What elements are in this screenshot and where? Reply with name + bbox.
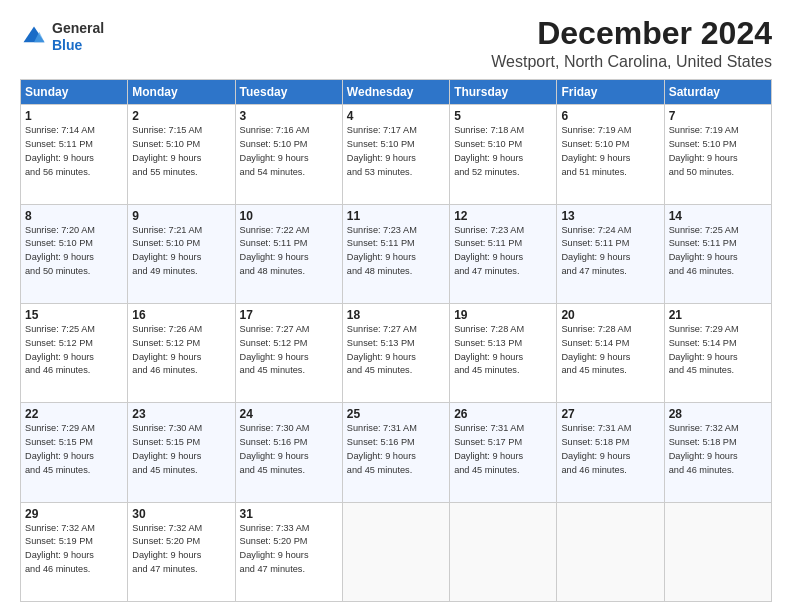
calendar-cell: 7 Sunrise: 7:19 AMSunset: 5:10 PMDayligh… <box>664 105 771 204</box>
day-number: 10 <box>240 209 338 223</box>
day-info: Sunrise: 7:19 AMSunset: 5:10 PMDaylight:… <box>561 125 631 176</box>
calendar-title: December 2024 <box>491 16 772 51</box>
calendar-cell: 9 Sunrise: 7:21 AMSunset: 5:10 PMDayligh… <box>128 204 235 303</box>
day-info: Sunrise: 7:14 AMSunset: 5:11 PMDaylight:… <box>25 125 95 176</box>
calendar-header-row: SundayMondayTuesdayWednesdayThursdayFrid… <box>21 80 772 105</box>
day-number: 19 <box>454 308 552 322</box>
day-number: 30 <box>132 507 230 521</box>
day-info: Sunrise: 7:32 AMSunset: 5:18 PMDaylight:… <box>669 423 739 474</box>
calendar-cell: 21 Sunrise: 7:29 AMSunset: 5:14 PMDaylig… <box>664 303 771 402</box>
calendar-cell: 17 Sunrise: 7:27 AMSunset: 5:12 PMDaylig… <box>235 303 342 402</box>
day-info: Sunrise: 7:26 AMSunset: 5:12 PMDaylight:… <box>132 324 202 375</box>
day-header-thursday: Thursday <box>450 80 557 105</box>
calendar-cell: 29 Sunrise: 7:32 AMSunset: 5:19 PMDaylig… <box>21 502 128 601</box>
day-info: Sunrise: 7:19 AMSunset: 5:10 PMDaylight:… <box>669 125 739 176</box>
calendar-cell: 15 Sunrise: 7:25 AMSunset: 5:12 PMDaylig… <box>21 303 128 402</box>
calendar-cell: 1 Sunrise: 7:14 AMSunset: 5:11 PMDayligh… <box>21 105 128 204</box>
calendar-cell <box>557 502 664 601</box>
calendar-cell: 26 Sunrise: 7:31 AMSunset: 5:17 PMDaylig… <box>450 403 557 502</box>
day-info: Sunrise: 7:20 AMSunset: 5:10 PMDaylight:… <box>25 225 95 276</box>
day-number: 27 <box>561 407 659 421</box>
day-header-saturday: Saturday <box>664 80 771 105</box>
day-header-friday: Friday <box>557 80 664 105</box>
calendar-week-2: 8 Sunrise: 7:20 AMSunset: 5:10 PMDayligh… <box>21 204 772 303</box>
calendar-cell: 4 Sunrise: 7:17 AMSunset: 5:10 PMDayligh… <box>342 105 449 204</box>
day-info: Sunrise: 7:31 AMSunset: 5:16 PMDaylight:… <box>347 423 417 474</box>
calendar-cell: 5 Sunrise: 7:18 AMSunset: 5:10 PMDayligh… <box>450 105 557 204</box>
logo: General Blue <box>20 16 104 54</box>
calendar-week-1: 1 Sunrise: 7:14 AMSunset: 5:11 PMDayligh… <box>21 105 772 204</box>
day-number: 22 <box>25 407 123 421</box>
day-number: 9 <box>132 209 230 223</box>
day-header-wednesday: Wednesday <box>342 80 449 105</box>
calendar-cell <box>664 502 771 601</box>
day-header-sunday: Sunday <box>21 80 128 105</box>
day-info: Sunrise: 7:28 AMSunset: 5:14 PMDaylight:… <box>561 324 631 375</box>
day-number: 20 <box>561 308 659 322</box>
day-info: Sunrise: 7:15 AMSunset: 5:10 PMDaylight:… <box>132 125 202 176</box>
day-number: 24 <box>240 407 338 421</box>
day-info: Sunrise: 7:31 AMSunset: 5:17 PMDaylight:… <box>454 423 524 474</box>
calendar-cell: 25 Sunrise: 7:31 AMSunset: 5:16 PMDaylig… <box>342 403 449 502</box>
calendar-cell: 19 Sunrise: 7:28 AMSunset: 5:13 PMDaylig… <box>450 303 557 402</box>
logo-general: General <box>52 20 104 36</box>
day-number: 28 <box>669 407 767 421</box>
calendar-week-5: 29 Sunrise: 7:32 AMSunset: 5:19 PMDaylig… <box>21 502 772 601</box>
calendar-cell: 20 Sunrise: 7:28 AMSunset: 5:14 PMDaylig… <box>557 303 664 402</box>
calendar-cell: 22 Sunrise: 7:29 AMSunset: 5:15 PMDaylig… <box>21 403 128 502</box>
day-info: Sunrise: 7:23 AMSunset: 5:11 PMDaylight:… <box>454 225 524 276</box>
calendar-cell <box>450 502 557 601</box>
calendar-cell: 3 Sunrise: 7:16 AMSunset: 5:10 PMDayligh… <box>235 105 342 204</box>
calendar-cell: 12 Sunrise: 7:23 AMSunset: 5:11 PMDaylig… <box>450 204 557 303</box>
calendar-cell: 2 Sunrise: 7:15 AMSunset: 5:10 PMDayligh… <box>128 105 235 204</box>
logo-icon <box>20 23 48 51</box>
day-info: Sunrise: 7:25 AMSunset: 5:12 PMDaylight:… <box>25 324 95 375</box>
day-number: 3 <box>240 109 338 123</box>
day-info: Sunrise: 7:30 AMSunset: 5:16 PMDaylight:… <box>240 423 310 474</box>
day-number: 6 <box>561 109 659 123</box>
calendar-cell: 6 Sunrise: 7:19 AMSunset: 5:10 PMDayligh… <box>557 105 664 204</box>
day-number: 11 <box>347 209 445 223</box>
calendar-subtitle: Westport, North Carolina, United States <box>491 53 772 71</box>
day-header-monday: Monday <box>128 80 235 105</box>
calendar-cell: 16 Sunrise: 7:26 AMSunset: 5:12 PMDaylig… <box>128 303 235 402</box>
day-info: Sunrise: 7:24 AMSunset: 5:11 PMDaylight:… <box>561 225 631 276</box>
logo-blue: Blue <box>52 37 82 53</box>
calendar-cell <box>342 502 449 601</box>
day-info: Sunrise: 7:27 AMSunset: 5:12 PMDaylight:… <box>240 324 310 375</box>
day-info: Sunrise: 7:32 AMSunset: 5:20 PMDaylight:… <box>132 523 202 574</box>
day-number: 25 <box>347 407 445 421</box>
day-number: 23 <box>132 407 230 421</box>
logo-text: General Blue <box>52 20 104 54</box>
day-number: 31 <box>240 507 338 521</box>
day-info: Sunrise: 7:31 AMSunset: 5:18 PMDaylight:… <box>561 423 631 474</box>
day-number: 8 <box>25 209 123 223</box>
day-info: Sunrise: 7:16 AMSunset: 5:10 PMDaylight:… <box>240 125 310 176</box>
calendar-cell: 27 Sunrise: 7:31 AMSunset: 5:18 PMDaylig… <box>557 403 664 502</box>
day-info: Sunrise: 7:27 AMSunset: 5:13 PMDaylight:… <box>347 324 417 375</box>
day-number: 7 <box>669 109 767 123</box>
day-info: Sunrise: 7:33 AMSunset: 5:20 PMDaylight:… <box>240 523 310 574</box>
header: General Blue December 2024 Westport, Nor… <box>20 16 772 71</box>
day-info: Sunrise: 7:17 AMSunset: 5:10 PMDaylight:… <box>347 125 417 176</box>
calendar-cell: 18 Sunrise: 7:27 AMSunset: 5:13 PMDaylig… <box>342 303 449 402</box>
day-info: Sunrise: 7:23 AMSunset: 5:11 PMDaylight:… <box>347 225 417 276</box>
calendar-table: SundayMondayTuesdayWednesdayThursdayFrid… <box>20 79 772 602</box>
day-number: 5 <box>454 109 552 123</box>
day-info: Sunrise: 7:22 AMSunset: 5:11 PMDaylight:… <box>240 225 310 276</box>
day-info: Sunrise: 7:32 AMSunset: 5:19 PMDaylight:… <box>25 523 95 574</box>
day-info: Sunrise: 7:18 AMSunset: 5:10 PMDaylight:… <box>454 125 524 176</box>
calendar-week-3: 15 Sunrise: 7:25 AMSunset: 5:12 PMDaylig… <box>21 303 772 402</box>
day-number: 16 <box>132 308 230 322</box>
day-number: 2 <box>132 109 230 123</box>
day-number: 4 <box>347 109 445 123</box>
calendar-cell: 11 Sunrise: 7:23 AMSunset: 5:11 PMDaylig… <box>342 204 449 303</box>
day-number: 14 <box>669 209 767 223</box>
calendar-cell: 10 Sunrise: 7:22 AMSunset: 5:11 PMDaylig… <box>235 204 342 303</box>
title-block: December 2024 Westport, North Carolina, … <box>491 16 772 71</box>
day-number: 17 <box>240 308 338 322</box>
day-info: Sunrise: 7:21 AMSunset: 5:10 PMDaylight:… <box>132 225 202 276</box>
day-number: 15 <box>25 308 123 322</box>
calendar-cell: 30 Sunrise: 7:32 AMSunset: 5:20 PMDaylig… <box>128 502 235 601</box>
day-number: 29 <box>25 507 123 521</box>
